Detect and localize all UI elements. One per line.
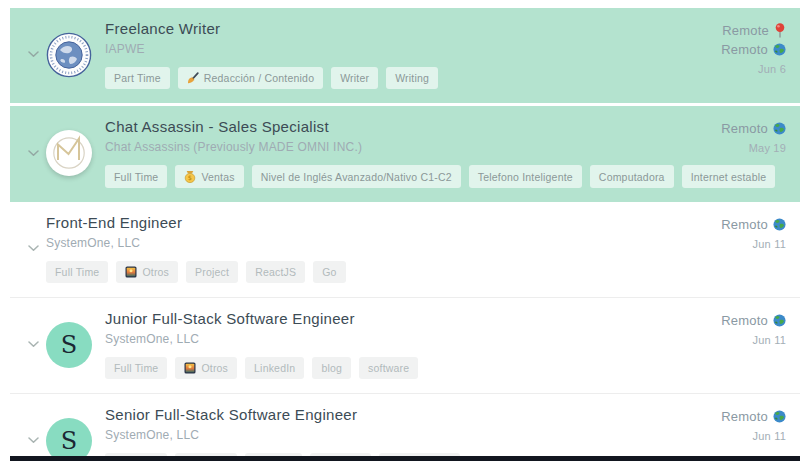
tag-skill[interactable]: Nivel de Inglés Avanzado/Nativo C1-C2 <box>252 165 461 188</box>
job-row[interactable]: S Junior Full-Stack Software Engineer Sy… <box>10 297 800 393</box>
tag-label: Writing <box>395 72 429 84</box>
job-row[interactable]: Chat Assassin - Sales Specialist Chat As… <box>10 106 800 202</box>
chevron-down-icon[interactable] <box>28 245 40 252</box>
avatar-letter: S <box>61 429 77 453</box>
tag-label: Full Time <box>114 362 158 374</box>
tag-skill[interactable]: LinkedIn <box>245 357 304 379</box>
remote-label-en: Remote <box>721 21 786 40</box>
remote-label-es: Remoto <box>721 215 786 234</box>
globe-icon <box>773 43 786 56</box>
tag-label: Project <box>195 266 229 278</box>
remote-text: Remote <box>722 21 769 40</box>
tag-label: software <box>368 362 409 374</box>
tag-skill[interactable]: Internet estable <box>682 165 776 188</box>
tag-label: blog <box>321 362 342 374</box>
remote-label-es: Remoto <box>721 407 786 426</box>
tag-full-time[interactable]: Full Time <box>46 261 108 283</box>
remote-text: Remoto <box>721 215 768 234</box>
company-name: Chat Assassins (Previously MADE OMNI INC… <box>105 140 680 154</box>
remote-text: Remoto <box>721 40 768 59</box>
remote-text: Remoto <box>721 311 768 330</box>
remote-text: Remoto <box>721 119 768 138</box>
posted-date: Jun 6 <box>721 63 786 75</box>
chevron-down-icon[interactable] <box>28 150 40 157</box>
chevron-down-icon[interactable] <box>28 341 40 348</box>
job-title[interactable]: Senior Full-Stack Software Engineer <box>105 406 680 423</box>
globe-icon <box>773 122 786 135</box>
job-meta: Remoto May 19 <box>721 119 786 154</box>
posted-date: Jun 11 <box>721 238 786 250</box>
tag-skill[interactable]: Go <box>313 261 345 283</box>
tag-list: Full Time $ Ventas Nivel de Inglés Avanz… <box>105 165 680 188</box>
tag-label: LinkedIn <box>254 362 295 374</box>
posted-date: Jun 11 <box>721 430 786 442</box>
job-row[interactable]: Freelance Writer IAPWE Part Time Redacci… <box>10 8 800 103</box>
tag-label: Part Time <box>114 72 161 84</box>
tag-list: Full Time Otros Project ReactJS Go <box>46 261 680 283</box>
tag-label: Full Time <box>55 266 99 278</box>
company-name: SystemOne, LLC <box>105 332 680 346</box>
company-name: SystemOne, LLC <box>46 236 680 250</box>
tag-label: Internet estable <box>691 171 767 183</box>
remote-text: Remoto <box>721 407 768 426</box>
globe-icon <box>773 410 786 423</box>
company-logo-iapwe <box>46 32 92 78</box>
tag-category[interactable]: Redacción / Contenido <box>178 67 323 89</box>
company-logo-chat-assassins <box>46 130 92 176</box>
bottom-dark-bar <box>10 456 800 461</box>
tag-label: Computadora <box>599 171 665 183</box>
tag-part-time[interactable]: Part Time <box>105 67 170 89</box>
company-avatar-letter: S <box>46 418 92 461</box>
tag-skill[interactable]: Writing <box>386 67 438 89</box>
job-meta: Remote Remoto Jun 6 <box>721 21 786 75</box>
tag-category[interactable]: Otros <box>116 261 178 283</box>
tag-skill[interactable]: Computadora <box>590 165 674 188</box>
company-name: IAPWE <box>105 42 680 56</box>
tag-full-time[interactable]: Full Time <box>105 165 167 188</box>
pushpin-icon <box>774 23 786 38</box>
job-row[interactable]: S Senior Full-Stack Software Engineer Sy… <box>10 393 800 461</box>
tag-category[interactable]: $ Ventas <box>175 165 243 188</box>
job-meta: Remoto Jun 11 <box>721 311 786 346</box>
tag-label: Ventas <box>201 171 234 183</box>
remote-label-es: Remoto <box>721 311 786 330</box>
company-avatar-letter: S <box>46 322 92 368</box>
job-list: Freelance Writer IAPWE Part Time Redacci… <box>10 8 800 461</box>
tag-skill[interactable]: ReactJS <box>246 261 305 283</box>
tag-label: Go <box>322 266 336 278</box>
avatar-letter: S <box>61 333 77 357</box>
chevron-down-icon[interactable] <box>28 51 40 58</box>
job-meta: Remoto Jun 11 <box>721 407 786 442</box>
tag-skill[interactable]: Telefono Inteligente <box>469 165 582 188</box>
sunset-picture-icon <box>125 266 137 278</box>
job-row[interactable]: Front-End Engineer SystemOne, LLC Full T… <box>10 202 800 297</box>
tag-label: Full Time <box>114 171 158 183</box>
tag-skill[interactable]: blog <box>312 357 351 379</box>
tag-list: Full Time Otros LinkedIn blog software <box>105 357 680 379</box>
globe-icon <box>773 218 786 231</box>
tag-label: Writer <box>340 72 369 84</box>
globe-icon <box>773 314 786 327</box>
tag-label: Telefono Inteligente <box>478 171 573 183</box>
svg-text:$: $ <box>188 174 192 182</box>
tag-skill[interactable]: software <box>359 357 418 379</box>
tag-label: Redacción / Contenido <box>204 72 314 84</box>
job-title[interactable]: Front-End Engineer <box>46 214 680 231</box>
tag-skill[interactable]: Writer <box>331 67 378 89</box>
tag-label: Otros <box>142 266 169 278</box>
tag-skill[interactable]: Project <box>186 261 238 283</box>
tag-full-time[interactable]: Full Time <box>105 357 167 379</box>
job-title[interactable]: Junior Full-Stack Software Engineer <box>105 310 680 327</box>
money-bag-icon: $ <box>184 170 196 183</box>
tag-list: Part Time Redacción / Contenido Writer W… <box>105 67 680 89</box>
posted-date: May 19 <box>721 142 786 154</box>
posted-date: Jun 11 <box>721 334 786 346</box>
tag-category[interactable]: Otros <box>175 357 237 379</box>
tag-label: Nivel de Inglés Avanzado/Nativo C1-C2 <box>261 171 452 183</box>
tag-label: Otros <box>201 362 228 374</box>
company-name: SystemOne, LLC <box>105 428 680 442</box>
job-title[interactable]: Chat Assassin - Sales Specialist <box>105 118 680 135</box>
job-title[interactable]: Freelance Writer <box>105 20 680 37</box>
chevron-down-icon[interactable] <box>28 437 40 444</box>
sunset-picture-icon <box>184 362 196 374</box>
